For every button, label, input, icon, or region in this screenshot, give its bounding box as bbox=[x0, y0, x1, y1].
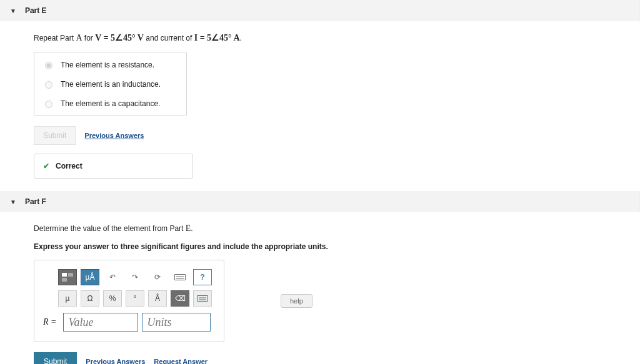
part-f-instruction: Express your answer to three significant… bbox=[34, 242, 640, 251]
radio-resistance[interactable] bbox=[45, 62, 52, 69]
choices-box: The element is a resistance. The element… bbox=[34, 52, 187, 116]
keyboard-icon bbox=[197, 295, 208, 302]
answer-wrapper: µÅ ↶ ↷ ⟳ ? µ Ω % ° Å ⌫ R = bbox=[34, 260, 640, 342]
angstrom-button[interactable]: Å bbox=[148, 290, 167, 307]
part-e-header[interactable]: ▼ Part E bbox=[0, 0, 640, 21]
choice-label: The element is a capacitance. bbox=[61, 99, 160, 108]
part-f-actions: Submit Previous Answers Request Answer bbox=[34, 352, 640, 364]
choice-label: The element is a resistance. bbox=[61, 61, 154, 69]
part-f-header[interactable]: ▼ Part F bbox=[0, 191, 640, 212]
units-input[interactable] bbox=[142, 313, 211, 332]
input-row: R = bbox=[43, 313, 215, 332]
choice-capacitance[interactable]: The element is a capacitance. bbox=[34, 94, 186, 113]
svg-rect-2 bbox=[62, 278, 67, 282]
chevron-down-icon: ▼ bbox=[10, 199, 16, 205]
part-e-question: Repeat Part A for V = 5∠45° V and curren… bbox=[34, 32, 640, 43]
value-input[interactable] bbox=[63, 313, 138, 332]
mu-button[interactable]: µ bbox=[58, 290, 77, 307]
keyboard-icon bbox=[174, 274, 186, 280]
svg-rect-1 bbox=[68, 273, 73, 277]
check-icon: ✔ bbox=[43, 162, 49, 170]
reset-button[interactable]: ⟳ bbox=[148, 269, 167, 285]
redo-button[interactable]: ↷ bbox=[126, 269, 144, 285]
undo-button[interactable]: ↶ bbox=[103, 269, 122, 285]
part-e-actions: Submit Previous Answers bbox=[34, 126, 640, 145]
degree-button[interactable]: ° bbox=[126, 290, 144, 307]
help-pill[interactable]: help bbox=[281, 294, 312, 308]
keyboard2-button[interactable] bbox=[193, 290, 212, 307]
feedback-text: Correct bbox=[56, 162, 82, 170]
part-e-body: Repeat Part A for V = 5∠45° V and curren… bbox=[0, 21, 640, 179]
units-button[interactable]: µÅ bbox=[81, 269, 99, 285]
part-f-title: Part F bbox=[25, 197, 46, 206]
part-f-question: Determine the value of the element from … bbox=[34, 224, 640, 234]
part-e-title: Part E bbox=[25, 6, 47, 15]
part-e-section: ▼ Part E Repeat Part A for V = 5∠45° V a… bbox=[0, 0, 640, 179]
previous-answers-link[interactable]: Previous Answers bbox=[84, 132, 144, 139]
feedback-box: ✔ Correct bbox=[34, 154, 193, 179]
radio-capacitance[interactable] bbox=[45, 101, 52, 108]
part-f-section: ▼ Part F Determine the value of the elem… bbox=[0, 191, 640, 364]
choice-resistance[interactable]: The element is a resistance. bbox=[34, 55, 186, 74]
submit-button-disabled: Submit bbox=[34, 126, 76, 145]
toolbar-row-2: µ Ω % ° Å ⌫ bbox=[43, 290, 215, 307]
part-f-body: Determine the value of the element from … bbox=[0, 212, 640, 364]
svg-rect-0 bbox=[62, 273, 67, 277]
backspace-button[interactable]: ⌫ bbox=[171, 290, 189, 307]
keyboard-button[interactable] bbox=[171, 269, 189, 285]
radio-inductance[interactable] bbox=[45, 81, 52, 89]
previous-answers-link[interactable]: Previous Answers bbox=[86, 358, 145, 364]
equals-label: R = bbox=[43, 317, 57, 327]
percent-button[interactable]: % bbox=[103, 290, 122, 307]
help-button[interactable]: ? bbox=[193, 269, 212, 285]
answer-box: µÅ ↶ ↷ ⟳ ? µ Ω % ° Å ⌫ R = bbox=[34, 260, 224, 342]
request-answer-link[interactable]: Request Answer bbox=[154, 358, 208, 364]
submit-button[interactable]: Submit bbox=[34, 352, 77, 364]
templates-button[interactable] bbox=[58, 269, 77, 285]
choice-inductance[interactable]: The element is an inductance. bbox=[34, 74, 186, 94]
omega-button[interactable]: Ω bbox=[81, 290, 99, 307]
chevron-down-icon: ▼ bbox=[10, 7, 16, 14]
toolbar-row-1: µÅ ↶ ↷ ⟳ ? bbox=[43, 269, 215, 285]
choice-label: The element is an inductance. bbox=[61, 80, 161, 89]
